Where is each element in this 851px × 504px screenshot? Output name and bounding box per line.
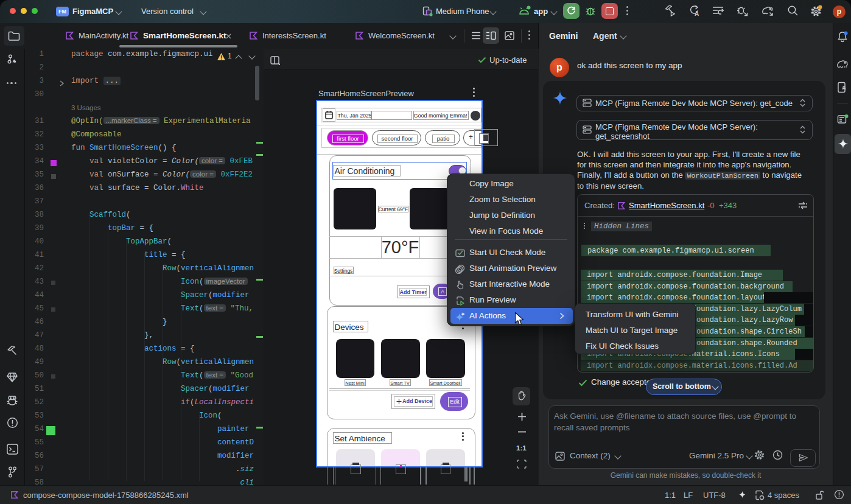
svg-text:A: A [695,10,699,17]
